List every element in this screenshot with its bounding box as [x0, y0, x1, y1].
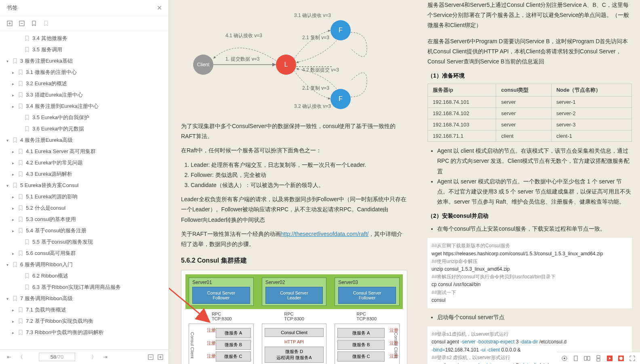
client-box: Consul Client 注册 微服务 A 注册 微服务 B 注册 微服务 C — [189, 324, 254, 364]
raft-diagram: Client L F F 1. 提交数据 v=3 4.1 确认接收 v=3 3.… — [181, 8, 407, 113]
bottom-toolbar — [557, 352, 640, 364]
bookmark-item[interactable]: ▸5.2 什么是consul — [0, 202, 168, 214]
subsection-heading: （1）准备环境 — [427, 72, 632, 80]
svg-rect-12 — [597, 356, 600, 358]
bookmarks-sidebar: 书签 ✕ 3.4 其他微服务3.5 服务调用▾3 服务注册Eureka基础▸3.… — [0, 0, 169, 364]
agent-desc-list: Agent 以 client 模式启动的节点。在该模式下，该节点会采集相关信息，… — [437, 146, 632, 207]
code-block: ##从官网下载最新版本的Consul服务 wget https://releas… — [427, 238, 632, 308]
bookmark-item[interactable]: 6.3 基于Ribbon实现订单调用商品服务 — [0, 282, 168, 293]
bookmark-item[interactable]: ▸7.1 负载均衡概述 — [0, 304, 168, 316]
bookmark-item[interactable]: 3.5 服务调用 — [0, 44, 168, 55]
sidebar-header: 书签 ✕ — [0, 0, 168, 16]
bookmark-item[interactable]: ▸5.6 consul高可用集群 — [0, 248, 168, 259]
bookmark-item[interactable]: 6.2 Ribbon概述 — [0, 270, 168, 282]
two-page-icon[interactable] — [583, 355, 591, 362]
bookmark-item[interactable]: ▸4.3 Eureka源码解析 — [0, 168, 168, 180]
bookmark-item[interactable]: ▸7.2 基于Ribbon实现负载均衡 — [0, 316, 168, 327]
next-page-icon[interactable]: 〉 — [90, 353, 98, 361]
server-box: Server02Consul Server Leader — [262, 278, 327, 306]
zoom-out-icon[interactable] — [147, 354, 154, 360]
fullscreen-icon[interactable] — [629, 355, 636, 362]
sidebar-title: 书签 — [6, 4, 18, 12]
bookmark-item[interactable]: 3.6 Eureka中的元数据 — [0, 123, 168, 135]
last-page-icon[interactable]: ⇥ — [101, 354, 109, 360]
paragraph: 服务器Server4和Server5上通过Consul Client分别注册Se… — [427, 0, 632, 31]
paragraph: 在Raft中，任何时候一个服务器可以扮演下面角色之一： — [181, 145, 407, 156]
bookmark-tree: 3.4 其他微服务3.5 服务调用▾3 服务注册Eureka基础▸3.1 微服务… — [0, 31, 168, 349]
raft-link[interactable]: http://thesecretlivesofdata.com/raft/ — [281, 231, 369, 237]
bookmark-item[interactable]: ▾6 服务调用Ribbon入门 — [0, 259, 168, 270]
presentation-icon[interactable] — [606, 355, 613, 362]
paragraph: 关于RAFT一致性算法有一个经典的动画http://thesecretlives… — [181, 229, 407, 249]
bookmark-item[interactable]: ▸3.3 搭建Eureka注册中心 — [0, 89, 168, 101]
section-heading: 5.6.2 Consul 集群搭建 — [181, 257, 407, 265]
bookmark-add-icon[interactable] — [43, 20, 49, 27]
svg-point-8 — [564, 358, 565, 359]
page-left-column: Client L F F 1. 提交数据 v=3 4.1 确认接收 v=3 3.… — [169, 0, 419, 364]
single-page-icon[interactable] — [572, 355, 579, 362]
bookmark-icon[interactable] — [31, 20, 37, 27]
sidebar-toolbar — [0, 16, 168, 31]
svg-rect-11 — [587, 356, 590, 360]
diagram-label: 1. 提交数据 v=3 — [225, 56, 259, 63]
svg-rect-10 — [584, 356, 587, 360]
follower-node: F — [331, 89, 351, 109]
cluster-diagram: Server01Consul Server Follower Server02C… — [181, 270, 407, 364]
zoom-in-icon[interactable] — [157, 354, 164, 360]
svg-point-16 — [619, 357, 623, 360]
list-item: Follower: 类似选民，完全被动 — [191, 170, 407, 180]
client-node: Client — [193, 55, 213, 75]
list-item: 在每个consul节点上安装consul服务，下载安装过程和单节点一致。 — [437, 224, 632, 234]
svg-rect-13 — [597, 359, 600, 361]
bookmark-item[interactable]: ▾7 服务调用Ribbon高级 — [0, 293, 168, 304]
server-box: Server01Consul Server Follower — [189, 278, 254, 306]
bookmark-item[interactable]: ▸7.3 Ribbon中负载均衡的源码解析 — [0, 327, 168, 338]
client-box: Consul Client HTTP API 微服务 D 远程调用 微服务A — [262, 324, 327, 364]
view-icon[interactable] — [561, 355, 568, 362]
client-box: 注册 微服务 A 注册 微服务 B 注册 微服务 C Consul Client — [335, 324, 400, 364]
paragraph: 在服务器Server6中Program D需要访问Service B，这时候Pr… — [427, 36, 632, 67]
bookmark-item[interactable]: 3.4 其他微服务 — [0, 33, 168, 44]
svg-rect-9 — [574, 356, 577, 361]
expand-all-icon[interactable] — [6, 20, 13, 27]
subsection-heading: （2）安装consul并启动 — [427, 213, 632, 220]
collapse-all-icon[interactable] — [19, 20, 25, 27]
bookmark-item[interactable]: 5.5 基于consul的服务发现 — [0, 236, 168, 248]
diagram-label: 4.1 确认接收 v=3 — [225, 32, 262, 39]
role-list: Leader: 处理所有客户端交互，日志复制等，一般一次只有一个Leader. … — [191, 160, 407, 191]
diagram-label: 2.1 复制 v=3 — [302, 85, 329, 92]
bookmark-item[interactable]: ▸3.2 Eureka的概述 — [0, 78, 168, 89]
list-item: Leader: 处理所有客户端交互，日志复制等，一般一次只有一个Leader. — [191, 160, 407, 170]
bookmark-item[interactable]: ▸4.2 Eureka中的常见问题 — [0, 157, 168, 168]
bookmark-item[interactable]: ▸3.4 服务注册到Eureka注册中心 — [0, 101, 168, 112]
leader-node: L — [276, 55, 296, 75]
bookmark-item[interactable]: ▸4.1 Eureka Server 高可用集群 — [0, 146, 168, 157]
read-aloud-icon[interactable] — [617, 355, 625, 362]
diagram-label: 3.2 确认接收 v=3 — [294, 103, 331, 110]
bookmark-item[interactable]: ▾5 Eureka替换方案Consul — [0, 180, 168, 191]
server-box: Server03Consul Server Follower — [335, 278, 400, 306]
bookmark-item[interactable]: ▸5.3 consul的基本使用 — [0, 214, 168, 225]
follower-node: F — [331, 20, 351, 40]
env-table: 服务器ipconsul类型Node（节点名称）192.168.74.101ser… — [427, 84, 632, 142]
bookmark-item[interactable]: 3.5 Eureka中的自我保护 — [0, 112, 168, 123]
paragraph: 为了实现集群中多个ConsulServer中的数据保持一致性，consul使用了… — [181, 121, 407, 141]
document-content: Client L F F 1. 提交数据 v=3 4.1 确认接收 v=3 3.… — [169, 0, 640, 364]
bookmark-item[interactable]: ▾3 服务注册Eureka基础 — [0, 55, 168, 67]
pager-footer: ⇤ 〈 58/70 〉 ⇥ — [0, 349, 168, 364]
list-item: Candidate（候选人）：可以被选为一个新的领导人。 — [191, 180, 407, 190]
close-icon[interactable]: ✕ — [157, 4, 162, 12]
bookmark-item[interactable]: ▸5.1 Eureka闭源的影响 — [0, 191, 168, 202]
bookmark-item[interactable]: ▸3.1 微服务的注册中心 — [0, 67, 168, 78]
continuous-icon[interactable] — [595, 355, 602, 362]
list-item: Agent 以 server 模式启动的节点。一个数据中心中至少包含 1 个 s… — [437, 177, 632, 207]
first-page-icon[interactable]: ⇤ — [5, 354, 13, 360]
page-number-input[interactable]: 58/70 — [39, 353, 75, 361]
bookmark-item[interactable]: ▸5.4 基于consul的服务注册 — [0, 225, 168, 236]
diagram-label: 3.1 确认接收 v=3 — [294, 12, 331, 19]
prev-page-icon[interactable]: 〈 — [16, 353, 24, 361]
bookmark-item[interactable]: ▾4 服务注册Eureka高级 — [0, 135, 168, 146]
list-item: 启动每个consul server节点 — [437, 312, 632, 322]
paragraph: Leader全权负责所有客户端的请求，以及将数据同步到Follower中（同一时… — [181, 194, 407, 225]
list-item: Agent 以 client 模式启动的节点。在该模式下，该节点会采集相关信息，… — [437, 146, 632, 177]
